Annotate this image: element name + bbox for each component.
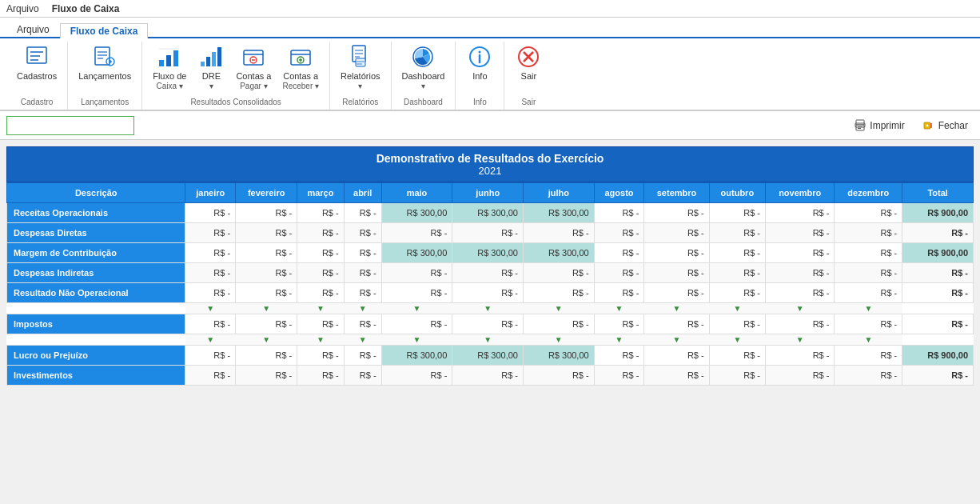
cell-value: R$ - <box>185 243 236 263</box>
btn-dashboard[interactable]: Dashboard ▾ <box>398 42 449 96</box>
cell-value: R$ - <box>709 243 765 263</box>
btn-dre-label: DRE <box>202 71 221 82</box>
cell-value: R$ - <box>297 243 344 263</box>
cell-value: R$ - <box>344 203 381 223</box>
cell-total: R$ 900,00 <box>902 243 974 263</box>
btn-contas-receber-sublabel: Receber ▾ <box>282 82 319 90</box>
btn-relatorios-sublabel: ▾ <box>358 82 362 90</box>
cell-value: R$ - <box>765 283 834 303</box>
btn-info[interactable]: Info <box>462 42 497 96</box>
cell-value: R$ - <box>185 314 236 334</box>
arrow-cell: ▼ <box>523 303 594 314</box>
menu-arquivo[interactable]: Arquivo <box>6 3 39 14</box>
btn-lancamentos[interactable]: Lançamentos <box>74 42 135 96</box>
cell-total: R$ - <box>902 366 974 386</box>
contas-receber-icon <box>288 44 313 70</box>
cell-value: R$ - <box>185 366 236 386</box>
cell-value: R$ - <box>835 263 902 283</box>
arrow-cell: ▼ <box>236 334 297 346</box>
cell-value: R$ - <box>709 366 765 386</box>
cell-value: R$ - <box>709 203 765 223</box>
search-bar-right: Imprimir Fechar <box>848 117 974 134</box>
cell-value: R$ - <box>297 314 344 334</box>
cell-value: R$ - <box>297 283 344 303</box>
cell-value: R$ - <box>709 314 765 334</box>
cell-value: R$ - <box>381 283 452 303</box>
arrow-cell: ▼ <box>344 303 381 314</box>
group-info-items: Info <box>462 42 497 96</box>
table-row: InvestimentosR$ -R$ -R$ -R$ -R$ -R$ -R$ … <box>7 366 974 386</box>
arrow-cell: ▼ <box>644 334 709 346</box>
btn-contas-receber[interactable]: Contas a Receber ▾ <box>278 42 323 96</box>
arrow-cell: ▼ <box>381 334 452 346</box>
cell-value: R$ - <box>644 223 709 243</box>
close-button[interactable]: Fechar <box>917 117 974 134</box>
group-cadastro-items: Cadastros <box>13 42 61 96</box>
btn-relatorios[interactable]: Relatórios ▾ <box>337 42 384 96</box>
arrow-cell: ▼ <box>835 334 902 346</box>
cell-value: R$ - <box>835 346 902 366</box>
cell-value: R$ - <box>297 203 344 223</box>
cell-value: R$ - <box>644 366 709 386</box>
close-icon <box>922 119 935 132</box>
cell-value: R$ - <box>709 346 765 366</box>
cell-value: R$ - <box>594 263 644 283</box>
print-icon <box>854 119 866 132</box>
arrow-cell: ▼ <box>594 303 644 314</box>
cell-value: R$ - <box>236 346 297 366</box>
cell-value: R$ - <box>644 346 709 366</box>
col-total: Total <box>902 183 974 203</box>
table-row: Despesas IndiretasR$ -R$ -R$ -R$ -R$ -R$… <box>7 263 974 283</box>
dre-table: Descrição janeiro fevereiro março abril … <box>6 182 974 386</box>
btn-fluxo-caixa-sublabel: Caixa ▾ <box>157 82 183 90</box>
btn-cadastros[interactable]: Cadastros <box>13 42 61 96</box>
table-row: Margem de ContribuiçãoR$ -R$ -R$ -R$ -R$… <box>7 243 974 263</box>
tab-fluxo-caixa[interactable]: Fluxo de Caixa <box>60 23 149 38</box>
btn-dre[interactable]: DRE ▾ <box>193 42 229 96</box>
col-novembro: novembro <box>765 183 834 203</box>
cell-value: R$ - <box>185 203 236 223</box>
cell-value: R$ - <box>765 223 834 243</box>
menu-bar: Arquivo Fluxo de Caixa <box>0 0 980 18</box>
svg-rect-17 <box>212 52 216 66</box>
cell-value: R$ - <box>594 223 644 243</box>
cell-value: R$ - <box>835 283 902 303</box>
cell-value: R$ - <box>594 366 644 386</box>
btn-fluxo-caixa-label: Fluxo de <box>153 71 186 82</box>
fluxo-caixa-icon <box>157 44 182 70</box>
cell-value: R$ - <box>344 283 381 303</box>
cell-value: R$ - <box>185 346 236 366</box>
table-title: Demonstrativo de Resultados do Exercício <box>12 152 968 165</box>
cell-value: R$ - <box>709 223 765 243</box>
cell-value: R$ - <box>644 283 709 303</box>
arrow-cell: ▼ <box>835 303 902 314</box>
cell-value: R$ 300,00 <box>381 243 452 263</box>
cell-value: R$ - <box>765 346 834 366</box>
table-year: 2021 <box>12 165 968 177</box>
arrow-cell: ▼ <box>594 334 644 346</box>
relatorios-icon <box>348 44 373 70</box>
cell-value: R$ - <box>644 203 709 223</box>
cell-value: R$ - <box>523 314 594 334</box>
cell-value: R$ - <box>594 243 644 263</box>
arrow-row: ▼▼▼▼▼▼▼▼▼▼▼▼ <box>7 303 974 314</box>
tab-arquivo[interactable]: Arquivo <box>6 22 60 37</box>
btn-contas-pagar[interactable]: Contas a Pagar ▾ <box>232 42 275 96</box>
cell-value: R$ - <box>452 263 524 283</box>
btn-sair[interactable]: Sair <box>511 42 546 96</box>
cell-value: R$ - <box>185 223 236 243</box>
btn-fluxo-caixa[interactable]: Fluxo de Caixa ▾ <box>149 42 190 96</box>
search-input[interactable] <box>6 116 134 135</box>
menu-fluxo-caixa[interactable]: Fluxo de Caixa <box>52 3 120 14</box>
arrow-cell: ▼ <box>185 334 236 346</box>
print-button[interactable]: Imprimir <box>848 117 910 134</box>
cell-value: R$ - <box>344 314 381 334</box>
col-setembro: setembro <box>644 183 709 203</box>
cell-value: R$ - <box>381 366 452 386</box>
cell-value: R$ - <box>381 223 452 243</box>
table-title-section: Demonstrativo de Resultados do Exercício… <box>6 146 974 182</box>
table-row: Lucro ou PrejuízoR$ -R$ -R$ -R$ -R$ 300,… <box>7 346 974 366</box>
arrow-cell: ▼ <box>297 334 344 346</box>
row-desc: Investimentos <box>7 366 185 386</box>
arrow-cell: ▼ <box>344 334 381 346</box>
